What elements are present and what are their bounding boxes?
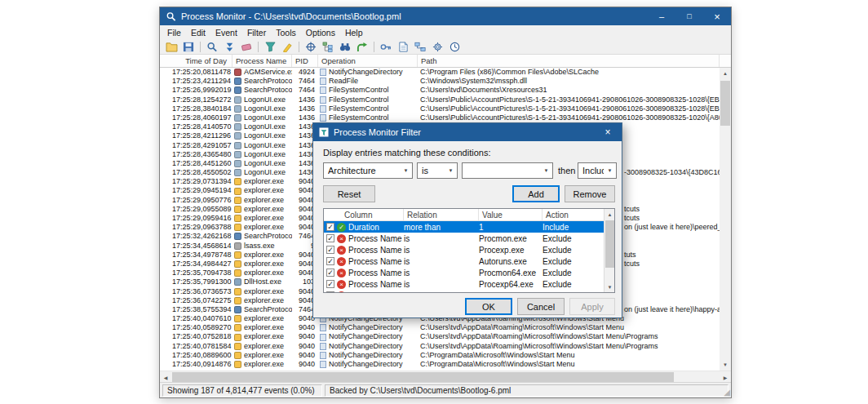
vertical-scroll-thumb[interactable] <box>720 81 730 126</box>
explorer-process-icon <box>234 288 241 295</box>
filter-column-value: Process Name <box>348 291 402 294</box>
filter-list-scrollbar[interactable] <box>604 209 614 292</box>
filter-row[interactable]: Process NameisSystemExclude <box>324 290 614 293</box>
scroll-up-arrow-icon[interactable] <box>720 68 731 79</box>
filter-row-checkbox[interactable] <box>326 291 334 293</box>
filter-row[interactable]: Durationmore than1Include <box>324 221 614 233</box>
vertical-scrollbar[interactable] <box>720 68 731 371</box>
filter-row-checkbox[interactable] <box>326 246 334 254</box>
dialog-close-button[interactable]: × <box>594 123 622 141</box>
cell-path: C:\Windows\System32\mssph.dll <box>418 77 731 86</box>
table-row[interactable]: 17:25:28,4060197LogonUI.exe1436FileSyste… <box>160 113 731 122</box>
title-bar[interactable]: Process Monitor - C:\Users\tvd\Documents… <box>160 7 731 25</box>
filter-row-checkbox[interactable] <box>326 280 334 288</box>
column-header-operation[interactable]: Operation <box>318 55 418 67</box>
scroll-down-arrow-icon[interactable] <box>720 359 731 371</box>
relation-dropdown-value: is <box>422 166 445 175</box>
table-row[interactable]: 17:25:28,3840184LogonUI.exe1436FileSyste… <box>160 104 731 113</box>
column-header-path[interactable]: Path <box>418 55 720 67</box>
find-button[interactable] <box>337 41 353 54</box>
filter-row[interactable]: Process NameisProcexp.exeExclude <box>324 244 614 255</box>
filter-cell-action: Exclude <box>542 234 604 243</box>
column-header-pid[interactable]: PID <box>292 55 318 67</box>
show-process-button[interactable] <box>429 41 445 54</box>
column-header-time-of-day[interactable]: Time of Day <box>160 55 232 67</box>
cell-process: SearchProtocolH... <box>232 305 292 314</box>
scroll-left-arrow-icon[interactable] <box>160 371 171 383</box>
cell-time: 17:25:32,4262168 <box>160 232 232 241</box>
close-button[interactable]: × <box>703 7 731 25</box>
show-network-button[interactable] <box>412 41 428 54</box>
exclude-icon <box>337 269 346 277</box>
process-name: SearchProtocolH... <box>244 77 292 86</box>
action-dropdown[interactable]: Include <box>578 162 617 179</box>
menu-item-edit[interactable]: Edit <box>186 26 210 39</box>
jump-to-button[interactable] <box>354 41 370 54</box>
dialog-title-bar[interactable]: Process Monitor Filter × <box>313 123 622 141</box>
table-row[interactable]: 17:25:40,0589270explorer.exe9040NotifyCh… <box>160 323 731 332</box>
autoscroll-button[interactable] <box>221 41 237 54</box>
column-dropdown[interactable]: Architecture <box>323 162 413 179</box>
add-button[interactable]: Add <box>512 185 560 202</box>
cancel-button[interactable]: Cancel <box>517 298 565 315</box>
value-dropdown[interactable] <box>462 162 553 179</box>
table-row[interactable]: 17:25:40,0889600explorer.exe9040NotifyCh… <box>160 351 731 360</box>
table-row[interactable]: 17:25:26,9992019SearchProtocolH...7464Fi… <box>160 86 731 95</box>
scroll-down-arrow-icon[interactable] <box>604 282 615 292</box>
filter-row[interactable]: Process NameisProcexp64.exeExclude <box>324 278 614 290</box>
exclude-icon <box>337 234 346 243</box>
filter-scroll-thumb[interactable] <box>605 220 614 268</box>
show-filesystem-button[interactable] <box>395 41 411 54</box>
filter-row-checkbox[interactable] <box>326 257 334 265</box>
maximize-button[interactable]: □ <box>675 7 703 25</box>
table-row[interactable]: 17:25:20,0811478AGMService.exe4924Notify… <box>160 68 731 77</box>
table-row[interactable]: 17:25:28,1254272LogonUI.exe1436FileSyste… <box>160 95 731 104</box>
resize-grip[interactable] <box>724 388 730 397</box>
filter-row-checkbox[interactable] <box>326 234 334 242</box>
scroll-up-arrow-icon[interactable] <box>604 209 615 220</box>
menu-item-help[interactable]: Help <box>340 26 368 39</box>
minimize-button[interactable]: – <box>648 7 675 25</box>
remove-button[interactable]: Remove <box>565 185 615 202</box>
filter-column-header-relation[interactable]: Relation <box>404 209 479 220</box>
apply-button[interactable]: Apply <box>569 298 615 315</box>
filter-row-checkbox[interactable] <box>326 269 334 277</box>
explorer-process-icon <box>234 269 241 277</box>
table-row[interactable]: 17:25:40,0781584explorer.exe9040NotifyCh… <box>160 342 731 351</box>
filter-row[interactable]: Process NameisProcmon64.exeExclude <box>324 267 614 278</box>
filter-button[interactable] <box>262 41 278 54</box>
scroll-right-arrow-icon[interactable] <box>720 371 731 383</box>
show-profiling-button[interactable] <box>446 41 463 54</box>
column-header-process-name[interactable]: Process Name <box>232 55 292 67</box>
open-log-button[interactable] <box>163 41 179 54</box>
horizontal-scrollbar[interactable] <box>160 371 731 382</box>
capture-button[interactable] <box>204 41 220 54</box>
process-tree-button[interactable] <box>320 41 336 54</box>
menu-item-event[interactable]: Event <box>210 26 242 39</box>
ok-button[interactable]: OK <box>465 298 512 315</box>
table-row[interactable]: 17:25:40,0752818explorer.exe9040NotifyCh… <box>160 332 731 341</box>
highlight-button[interactable] <box>279 41 295 54</box>
menu-item-tools[interactable]: Tools <box>271 26 301 39</box>
relation-dropdown[interactable]: is <box>417 162 458 179</box>
filter-row-checkbox[interactable] <box>326 223 334 231</box>
menu-item-options[interactable]: Options <box>301 26 340 39</box>
menu-item-file[interactable]: File <box>162 26 186 39</box>
filter-row[interactable]: Process NameisAutoruns.exeExclude <box>324 255 614 267</box>
table-row[interactable]: 17:25:40,0914876explorer.exe9040NotifyCh… <box>160 360 731 369</box>
filter-column-header-value[interactable]: Value <box>479 209 542 220</box>
filter-cell-column: Process Name <box>324 257 404 266</box>
filter-row[interactable]: Process NameisProcmon.exeExclude <box>324 233 614 244</box>
table-row[interactable]: 17:25:23,4211294SearchProtocolH...7464Re… <box>160 77 731 86</box>
process-name: explorer.exe <box>244 196 284 205</box>
show-registry-button[interactable] <box>378 41 394 54</box>
include-process-button[interactable] <box>303 41 319 54</box>
menu-item-filter[interactable]: Filter <box>242 26 271 39</box>
cell-pid: 9040 <box>292 342 318 351</box>
filter-cell-action: Exclude <box>542 257 604 266</box>
save-log-button[interactable] <box>180 41 197 54</box>
reset-button[interactable]: Reset <box>323 185 375 202</box>
horizontal-scroll-thumb[interactable] <box>172 372 674 382</box>
clear-button[interactable] <box>238 41 255 54</box>
filter-column-header-column[interactable]: Column <box>324 209 404 220</box>
